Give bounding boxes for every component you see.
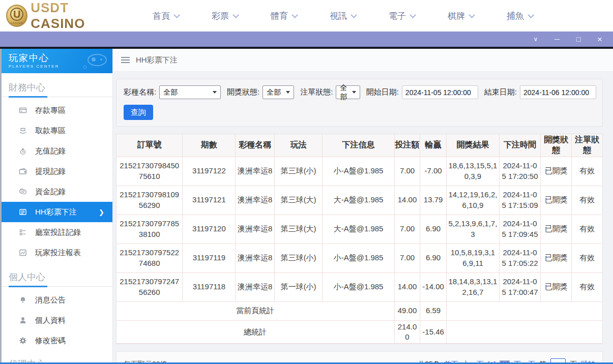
usdt-casino-logo[interactable]: U CASINO USDT CASINO xyxy=(6,0,123,32)
col-header-play-type: 玩法 xyxy=(274,134,323,157)
nav-item-home[interactable]: 首頁 xyxy=(153,10,178,22)
content-area: HH彩票下注 彩種名稱: 全部 開獎狀態: 全部 注單狀態: xyxy=(113,49,613,362)
cell-winloss: 6.90 xyxy=(420,215,447,244)
next-page-link[interactable]: 下一页 xyxy=(514,360,535,362)
total-count-text: 共25条 xyxy=(418,360,440,362)
sidebar-item-player-bet-report[interactable]: 玩家投注報表 xyxy=(2,242,112,263)
section-divider xyxy=(2,286,112,287)
search-button[interactable]: 查詢 xyxy=(124,105,153,120)
chevron-right-icon: ❯ xyxy=(99,208,104,216)
jump-page-input[interactable] xyxy=(550,358,566,362)
start-date-input[interactable] xyxy=(402,85,478,99)
cell-bet-time: 2024-11-05 17:15:09 xyxy=(499,186,540,215)
sidebar-item-withdraw[interactable]: 取款專區 xyxy=(2,120,112,141)
sidebar-item-recharge-record[interactable]: ¥ 充值記錄 xyxy=(2,141,112,161)
page-1-link[interactable]: [1] xyxy=(488,360,496,362)
col-header-bet-time: 下注時間 xyxy=(499,134,540,157)
draw-status-select[interactable]: 全部 xyxy=(262,85,294,99)
sidebar-item-room-bet-record[interactable]: 廳室投註記錄 xyxy=(2,222,112,242)
draw-status-label: 開獎狀態: xyxy=(227,87,259,97)
window-minimize-icon[interactable]: ─ xyxy=(553,36,561,43)
window-maximize-icon[interactable]: □ xyxy=(574,36,582,43)
sidebar-item-label: HH彩票下注 xyxy=(35,207,77,217)
sidebar-item-hh-lottery-bets[interactable]: HH彩票下注 ❯ xyxy=(2,202,112,222)
cell-period: 31197119 xyxy=(183,244,236,272)
nav-item-slots[interactable]: 電子 xyxy=(389,10,414,22)
cell-bet-info: 小-A盤@1.985 xyxy=(323,244,394,272)
coin-small-text: CASINO xyxy=(11,21,23,24)
sidebar-item-change-password[interactable]: 修改密碼 xyxy=(2,330,112,351)
col-header-bet-amount: 投注額 xyxy=(394,134,420,157)
total-summary-winloss: -15.46 xyxy=(420,320,447,344)
sidebar-item-messages[interactable]: 消息公告 xyxy=(2,290,112,310)
nav-label: 首頁 xyxy=(153,10,170,22)
hamburger-menu-icon[interactable] xyxy=(121,55,130,65)
sidebar-item-profile[interactable]: 個人資料 xyxy=(2,310,112,330)
window-collapse-icon[interactable]: ∨ xyxy=(532,36,540,42)
cell-winloss: 13.79 xyxy=(420,186,447,215)
cell-bet-time: 2024-11-05 17:00:47 xyxy=(499,272,540,301)
sidebar-item-funds-record[interactable]: $ 資金記錄 xyxy=(2,181,112,202)
prev-page-link[interactable]: 上一页 xyxy=(462,360,484,362)
end-date-input[interactable] xyxy=(520,85,596,99)
jump-suffix-text: 页 xyxy=(570,360,577,362)
chevron-down-icon xyxy=(232,12,239,18)
main-nav: 首頁 彩票 體育 視訊 電子 棋牌 捕魚 xyxy=(153,10,532,22)
lottery-name-value: 全部 xyxy=(163,88,178,97)
nav-label: 彩票 xyxy=(212,10,229,22)
chevron-down-icon xyxy=(291,12,298,18)
col-header-period: 期數 xyxy=(183,134,236,157)
window-close-icon[interactable]: × xyxy=(596,35,604,44)
table-header-row: 訂單號 期數 彩種名稱 玩法 下注信息 投注額 輸贏 開獎結果 下注時間 開獎狀… xyxy=(116,134,602,157)
draw-status-value: 全部 xyxy=(267,88,281,97)
col-header-lottery-name: 彩種名稱 xyxy=(236,134,274,157)
players-center-header: 玩家中心 PLAYERS CENTER xyxy=(2,49,112,73)
nav-item-lottery[interactable]: 彩票 xyxy=(212,10,237,22)
section-title-personal: 個人中心 xyxy=(2,263,112,286)
nav-item-sports[interactable]: 體育 xyxy=(271,10,296,22)
order-status-label: 注單狀態: xyxy=(300,87,333,97)
sidebar-item-label: 個人資料 xyxy=(35,316,66,325)
breadcrumb: HH彩票下注 xyxy=(113,49,613,72)
cell-lottery-name: 澳洲幸运8 xyxy=(236,244,274,272)
brand-text: USDT CASINO xyxy=(31,0,123,32)
col-header-order-status: 注單狀態 xyxy=(572,134,602,157)
cell-play-type: 第三球(大) xyxy=(274,215,323,244)
window-title-bar: ∨ ─ □ × xyxy=(0,32,613,47)
cell-play-type: 第三球(小) xyxy=(274,244,323,272)
total-summary-bet-amount: 214.00 xyxy=(394,320,420,344)
cell-draw-status: 已開獎 xyxy=(541,244,572,272)
first-page-link[interactable]: 首页 xyxy=(444,360,458,362)
lottery-name-select[interactable]: 全部 xyxy=(159,85,221,99)
page-2-current[interactable]: [2] xyxy=(500,360,510,362)
nav-item-cards[interactable]: 棋牌 xyxy=(448,10,473,22)
cell-winloss: 6.90 xyxy=(420,244,447,272)
cell-draw-status: 已開獎 xyxy=(541,157,572,186)
nav-item-fishing[interactable]: 捕魚 xyxy=(507,10,532,22)
gear-icon xyxy=(19,337,27,345)
col-header-draw-status: 開獎狀態 xyxy=(541,134,572,157)
bell-icon xyxy=(19,296,27,304)
nav-item-video[interactable]: 視訊 xyxy=(330,10,355,22)
jump-button[interactable]: 跳转 xyxy=(581,360,595,362)
nav-label: 捕魚 xyxy=(507,10,524,22)
cell-bet-info: 大-A盤@1.985 xyxy=(323,215,394,244)
svg-text:$: $ xyxy=(21,189,23,193)
total-summary-row: 總統計 214.00 -15.46 xyxy=(116,320,602,344)
cell-lottery-name: 澳洲幸运8 xyxy=(236,272,274,301)
content-scroll-area: 彩種名稱: 全部 開獎狀態: 全部 注單狀態: 全部 開始 xyxy=(113,72,613,362)
chevron-down-icon xyxy=(351,12,357,18)
cell-draw-result: 18,6,13,15,5,10,3,9 xyxy=(446,157,499,186)
sidebar-item-deposit[interactable]: 存款專區 xyxy=(2,100,112,120)
table-row: 2152173079845075610 31197122 澳洲幸运8 第三球(小… xyxy=(116,157,602,186)
cell-draw-result: 14,12,19,16,2,6,10,9 xyxy=(446,186,499,215)
cell-bet-amount: 7.00 xyxy=(394,244,420,272)
sidebar-item-label: 廳室投註記錄 xyxy=(35,228,81,237)
coins-icon: $ xyxy=(19,188,27,196)
cell-lottery-name: 澳洲幸运8 xyxy=(236,215,274,244)
report-chart-icon xyxy=(19,249,27,257)
checklist-icon xyxy=(19,228,27,236)
sidebar-item-withdrawal-record[interactable]: 提現記錄 xyxy=(2,161,112,181)
order-status-select[interactable]: 全部 xyxy=(336,85,360,99)
cell-bet-time: 2024-11-05 17:05:22 xyxy=(499,244,540,272)
